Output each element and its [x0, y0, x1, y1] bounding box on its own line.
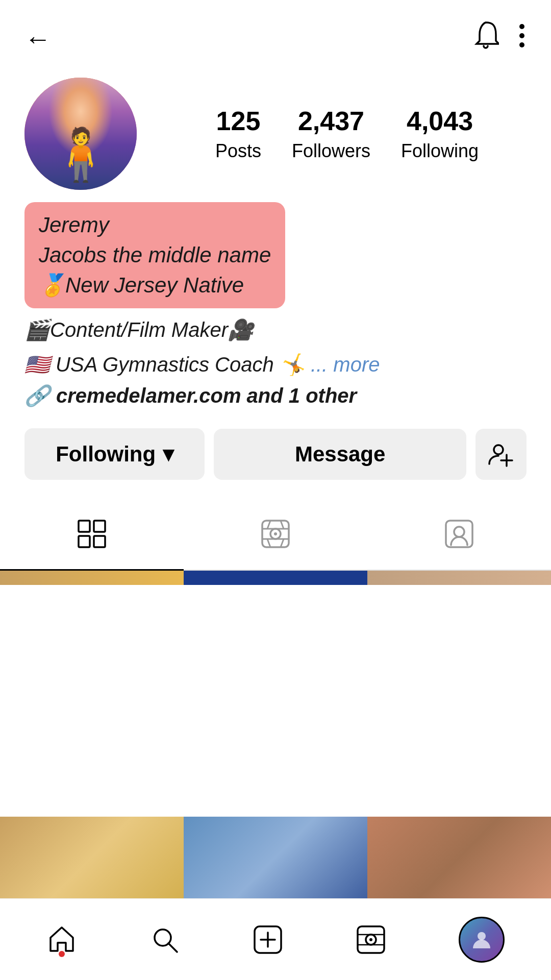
svg-point-31: [478, 932, 486, 940]
following-stat[interactable]: 4,043 Following: [401, 106, 479, 162]
svg-rect-19: [446, 521, 472, 547]
tabs-row: [0, 504, 551, 570]
nav-home[interactable]: [46, 924, 77, 955]
svg-line-15: [267, 521, 270, 529]
bio-name: JeremyJacobs the middle name🏅New Jersey …: [39, 210, 271, 300]
svg-line-22: [168, 943, 177, 952]
bottom-nav: [0, 898, 551, 980]
notification-button[interactable]: [472, 20, 499, 57]
following-count: 4,043: [407, 106, 473, 136]
action-buttons: Following ▾ Message: [24, 428, 527, 480]
following-label: Following: [401, 140, 479, 162]
svg-point-1: [519, 33, 524, 38]
tabs-section: [0, 504, 551, 571]
nav-create[interactable]: [253, 924, 283, 955]
bottom-thumbnails: [0, 817, 551, 898]
stats-container: 125 Posts 2,437 Followers 4,043 Followin…: [167, 106, 527, 162]
svg-point-20: [454, 527, 464, 537]
link-icon: 🔗: [24, 384, 50, 408]
bio-section: JeremyJacobs the middle name🏅New Jersey …: [24, 202, 527, 410]
nav-profile[interactable]: [459, 917, 505, 963]
following-label: Following: [56, 442, 156, 467]
profile-top: 125 Posts 2,437 Followers 4,043 Followin…: [24, 78, 527, 190]
thumbnail-1: [0, 817, 184, 898]
following-button[interactable]: Following ▾: [24, 428, 205, 480]
bio-link[interactable]: 🔗 cremedelamer.com and 1 other: [24, 382, 527, 410]
bio-highlight: JeremyJacobs the middle name🏅New Jersey …: [24, 202, 285, 308]
svg-line-17: [267, 539, 270, 547]
svg-point-3: [494, 445, 503, 454]
highlight-3: [367, 571, 551, 585]
svg-point-2: [519, 42, 524, 47]
svg-line-16: [281, 521, 284, 529]
highlight-1: [0, 571, 184, 585]
svg-rect-9: [94, 536, 105, 547]
tab-grid[interactable]: [0, 504, 184, 570]
top-icons: [472, 20, 527, 57]
svg-rect-6: [79, 521, 90, 532]
posts-count: 125: [216, 106, 261, 136]
tab-tagged[interactable]: [367, 504, 551, 570]
svg-point-12: [274, 532, 277, 535]
add-friend-button[interactable]: [475, 429, 527, 480]
link-text: cremedelamer.com and 1 other: [56, 384, 357, 407]
bio-more-link[interactable]: ... more: [311, 353, 380, 376]
tab-reels[interactable]: [184, 504, 367, 570]
avatar-container: [24, 78, 137, 190]
highlight-2: [184, 571, 367, 585]
back-button[interactable]: ←: [24, 23, 51, 54]
message-label: Message: [295, 442, 385, 467]
highlight-strip: [0, 571, 551, 585]
thumbnail-2: [184, 817, 367, 898]
thumbnail-3: [367, 817, 551, 898]
top-bar: ←: [0, 0, 551, 67]
profile-avatar-nav: [459, 917, 505, 963]
tagged-icon: [444, 519, 474, 555]
nav-search[interactable]: [149, 924, 180, 955]
svg-line-18: [281, 539, 284, 547]
home-active-dot: [59, 951, 65, 957]
chevron-down-icon: ▾: [163, 442, 173, 467]
avatar-image: [24, 78, 137, 190]
nav-reels[interactable]: [356, 924, 386, 955]
bio-line-filmmaker: 🎬Content/Film Maker🎥: [24, 312, 527, 347]
avatar: [24, 78, 137, 190]
profile-section: 125 Posts 2,437 Followers 4,043 Followin…: [0, 67, 551, 480]
posts-stat[interactable]: 125 Posts: [215, 106, 261, 162]
followers-count: 2,437: [298, 106, 364, 136]
svg-rect-7: [94, 521, 105, 532]
reels-icon: [260, 519, 291, 555]
svg-rect-8: [79, 536, 90, 547]
followers-label: Followers: [292, 140, 370, 162]
grid-icon: [77, 519, 107, 555]
bio-line-coach: 🇺🇸 USA Gymnastics Coach 🤸 ... more: [24, 347, 527, 382]
message-button[interactable]: Message: [214, 429, 466, 480]
svg-point-28: [369, 938, 372, 941]
followers-stat[interactable]: 2,437 Followers: [292, 106, 370, 162]
svg-point-0: [519, 24, 524, 29]
posts-label: Posts: [215, 140, 261, 162]
more-options-button[interactable]: [517, 20, 527, 57]
